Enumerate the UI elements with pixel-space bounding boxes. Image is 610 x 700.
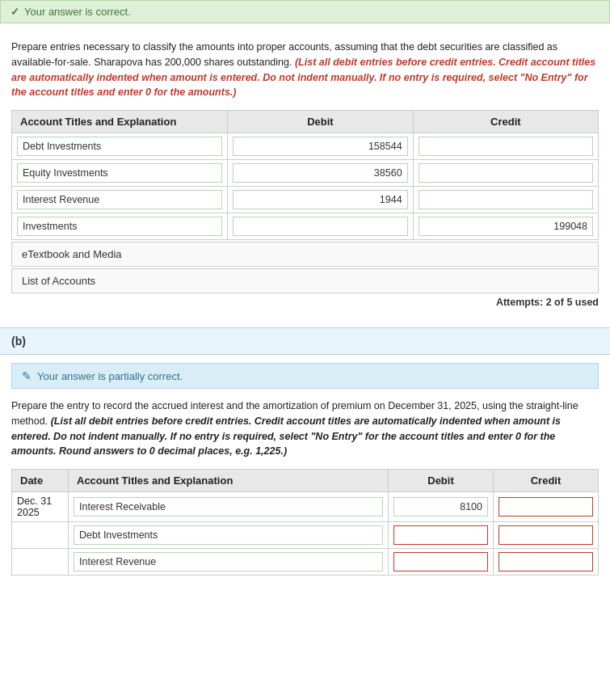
section-b-label: (b) <box>11 335 26 348</box>
debit-cell <box>389 549 494 576</box>
table-row <box>12 213 599 240</box>
list-accounts-button[interactable]: List of Accounts <box>11 268 599 293</box>
account-input[interactable] <box>74 525 383 545</box>
credit-cell <box>413 213 598 240</box>
debit-input[interactable] <box>393 525 488 545</box>
account-cell <box>69 492 389 522</box>
debit-cell <box>389 492 494 522</box>
account-input[interactable] <box>17 217 222 236</box>
table-row <box>12 187 599 213</box>
date-cell: Dec. 312025 <box>12 492 69 522</box>
account-input[interactable] <box>74 497 383 517</box>
account-cell <box>12 160 228 187</box>
account-cell <box>12 213 228 240</box>
table-row: Dec. 312025 <box>12 492 599 522</box>
partial-correct-banner: ✎ Your answer is partially correct. <box>11 363 599 389</box>
credit-cell <box>413 160 598 187</box>
debit-cell <box>228 187 413 213</box>
table-row <box>12 549 599 576</box>
date-cell <box>12 522 69 549</box>
col-debit: Debit <box>228 111 413 133</box>
debit-input[interactable] <box>233 137 407 156</box>
account-input[interactable] <box>17 163 222 183</box>
account-input[interactable] <box>74 552 383 571</box>
col-debit-b: Debit <box>389 470 494 492</box>
credit-cell <box>494 522 599 549</box>
etextbook-button[interactable]: eTextbook and Media <box>11 242 599 267</box>
account-input[interactable] <box>17 137 222 156</box>
debit-input[interactable] <box>393 552 488 571</box>
table-row <box>12 133 599 160</box>
credit-input[interactable] <box>499 497 593 517</box>
credit-cell <box>413 133 598 160</box>
credit-input[interactable] <box>419 137 593 156</box>
section-b-instructions: Prepare the entry to record the accrued … <box>11 398 599 459</box>
credit-cell <box>494 549 599 576</box>
table-row <box>12 160 599 187</box>
section-b: Prepare the entry to record the accrued … <box>0 397 610 587</box>
credit-input[interactable] <box>499 552 593 571</box>
instructions-b-bold: (List all debit entries before credit en… <box>11 415 561 458</box>
credit-input[interactable] <box>499 525 593 545</box>
col-credit: Credit <box>413 111 598 133</box>
credit-input[interactable] <box>419 190 593 209</box>
table-row <box>12 522 599 549</box>
debit-cell <box>228 160 413 187</box>
debit-input[interactable] <box>393 497 488 517</box>
section-b-table: Date Account Titles and Explanation Debi… <box>11 469 599 576</box>
debit-input[interactable] <box>233 163 407 183</box>
col-account-title: Account Titles and Explanation <box>12 111 228 133</box>
date-cell <box>12 549 69 576</box>
section-a: Prepare entries necessary to classify th… <box>0 32 610 323</box>
account-input[interactable] <box>17 190 222 209</box>
checkmark-icon: ✓ <box>11 6 19 18</box>
account-cell <box>69 522 389 549</box>
debit-cell <box>389 522 494 549</box>
debit-cell <box>228 133 413 160</box>
account-cell <box>12 187 228 213</box>
debit-input[interactable] <box>233 217 407 236</box>
section-a-instructions: Prepare entries necessary to classify th… <box>11 40 599 100</box>
credit-input[interactable] <box>419 217 593 236</box>
col-credit-b: Credit <box>494 470 599 492</box>
pencil-icon: ✎ <box>22 369 32 382</box>
credit-cell <box>494 492 599 522</box>
correct-banner-text: Your answer is correct. <box>24 6 131 18</box>
credit-input[interactable] <box>419 163 593 183</box>
correct-answer-banner: ✓ Your answer is correct. <box>0 0 610 23</box>
debit-input[interactable] <box>233 190 407 209</box>
attempts-text: Attempts: 2 of 5 used <box>11 293 599 311</box>
col-date: Date <box>12 470 69 492</box>
account-cell <box>69 549 389 576</box>
account-cell <box>12 133 228 160</box>
section-a-table: Account Titles and Explanation Debit Cre… <box>11 110 599 240</box>
partial-banner-text: Your answer is partially correct. <box>37 370 183 382</box>
col-account-title-b: Account Titles and Explanation <box>69 470 389 492</box>
debit-cell <box>228 213 413 240</box>
credit-cell <box>413 187 598 213</box>
